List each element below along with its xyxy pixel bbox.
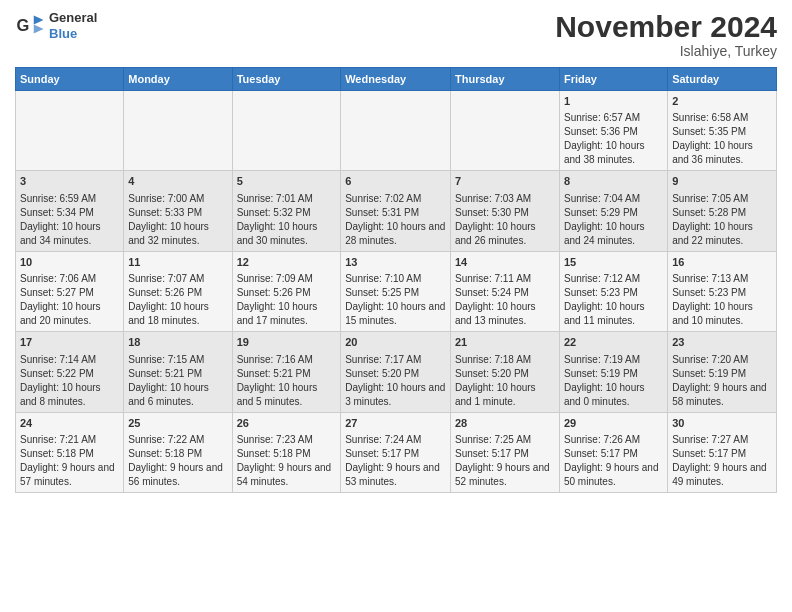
cell-content-line: Daylight: 10 hours and 15 minutes. bbox=[345, 300, 446, 328]
cell-content-line: Sunset: 5:20 PM bbox=[345, 367, 446, 381]
cell-content-line: Sunrise: 6:58 AM bbox=[672, 111, 772, 125]
cell-content-line: Sunset: 5:19 PM bbox=[564, 367, 663, 381]
cell-content-line: Sunset: 5:19 PM bbox=[672, 367, 772, 381]
cell-content-line: Sunrise: 7:16 AM bbox=[237, 353, 337, 367]
cell-content-line: Sunset: 5:31 PM bbox=[345, 206, 446, 220]
cell-content-line: Sunrise: 7:22 AM bbox=[128, 433, 227, 447]
calendar-title: November 2024 bbox=[555, 10, 777, 43]
day-number: 3 bbox=[20, 174, 119, 189]
day-number: 23 bbox=[672, 335, 772, 350]
calendar-header-row: SundayMondayTuesdayWednesdayThursdayFrid… bbox=[16, 68, 777, 91]
cell-content-line: Sunset: 5:20 PM bbox=[455, 367, 555, 381]
cell-content-line: Sunset: 5:25 PM bbox=[345, 286, 446, 300]
calendar-cell: 9Sunrise: 7:05 AMSunset: 5:28 PMDaylight… bbox=[668, 171, 777, 251]
cell-content-line: Sunset: 5:21 PM bbox=[128, 367, 227, 381]
cell-content-line: Sunrise: 7:12 AM bbox=[564, 272, 663, 286]
cell-content-line: Daylight: 10 hours and 6 minutes. bbox=[128, 381, 227, 409]
cell-content-line: Sunset: 5:18 PM bbox=[20, 447, 119, 461]
calendar-cell: 3Sunrise: 6:59 AMSunset: 5:34 PMDaylight… bbox=[16, 171, 124, 251]
cell-content-line: Sunrise: 7:10 AM bbox=[345, 272, 446, 286]
page-header: G General Blue November 2024 Islahiye, T… bbox=[15, 10, 777, 59]
calendar-day-header: Sunday bbox=[16, 68, 124, 91]
cell-content-line: Daylight: 10 hours and 20 minutes. bbox=[20, 300, 119, 328]
cell-content-line: Sunrise: 7:24 AM bbox=[345, 433, 446, 447]
svg-text:G: G bbox=[17, 15, 30, 33]
calendar-cell: 7Sunrise: 7:03 AMSunset: 5:30 PMDaylight… bbox=[451, 171, 560, 251]
calendar-cell: 16Sunrise: 7:13 AMSunset: 5:23 PMDayligh… bbox=[668, 251, 777, 331]
calendar-cell: 29Sunrise: 7:26 AMSunset: 5:17 PMDayligh… bbox=[559, 412, 667, 492]
day-number: 24 bbox=[20, 416, 119, 431]
calendar-cell: 18Sunrise: 7:15 AMSunset: 5:21 PMDayligh… bbox=[124, 332, 232, 412]
cell-content-line: Sunset: 5:17 PM bbox=[564, 447, 663, 461]
calendar-week-row: 1Sunrise: 6:57 AMSunset: 5:36 PMDaylight… bbox=[16, 91, 777, 171]
day-number: 7 bbox=[455, 174, 555, 189]
calendar-cell bbox=[124, 91, 232, 171]
cell-content-line: Sunrise: 7:07 AM bbox=[128, 272, 227, 286]
cell-content-line: Daylight: 10 hours and 32 minutes. bbox=[128, 220, 227, 248]
calendar-cell: 8Sunrise: 7:04 AMSunset: 5:29 PMDaylight… bbox=[559, 171, 667, 251]
cell-content-line: Sunset: 5:26 PM bbox=[237, 286, 337, 300]
calendar-cell bbox=[341, 91, 451, 171]
cell-content-line: Daylight: 9 hours and 50 minutes. bbox=[564, 461, 663, 489]
day-number: 20 bbox=[345, 335, 446, 350]
day-number: 30 bbox=[672, 416, 772, 431]
cell-content-line: Daylight: 10 hours and 13 minutes. bbox=[455, 300, 555, 328]
day-number: 16 bbox=[672, 255, 772, 270]
cell-content-line: Sunset: 5:23 PM bbox=[672, 286, 772, 300]
calendar-cell: 24Sunrise: 7:21 AMSunset: 5:18 PMDayligh… bbox=[16, 412, 124, 492]
day-number: 22 bbox=[564, 335, 663, 350]
calendar-cell: 26Sunrise: 7:23 AMSunset: 5:18 PMDayligh… bbox=[232, 412, 341, 492]
calendar-cell: 17Sunrise: 7:14 AMSunset: 5:22 PMDayligh… bbox=[16, 332, 124, 412]
day-number: 4 bbox=[128, 174, 227, 189]
cell-content-line: Sunset: 5:18 PM bbox=[237, 447, 337, 461]
calendar-cell: 11Sunrise: 7:07 AMSunset: 5:26 PMDayligh… bbox=[124, 251, 232, 331]
calendar-cell: 27Sunrise: 7:24 AMSunset: 5:17 PMDayligh… bbox=[341, 412, 451, 492]
calendar-cell: 5Sunrise: 7:01 AMSunset: 5:32 PMDaylight… bbox=[232, 171, 341, 251]
cell-content-line: Daylight: 9 hours and 56 minutes. bbox=[128, 461, 227, 489]
calendar-week-row: 10Sunrise: 7:06 AMSunset: 5:27 PMDayligh… bbox=[16, 251, 777, 331]
day-number: 14 bbox=[455, 255, 555, 270]
calendar-week-row: 17Sunrise: 7:14 AMSunset: 5:22 PMDayligh… bbox=[16, 332, 777, 412]
cell-content-line: Daylight: 10 hours and 22 minutes. bbox=[672, 220, 772, 248]
cell-content-line: Sunrise: 7:20 AM bbox=[672, 353, 772, 367]
day-number: 2 bbox=[672, 94, 772, 109]
logo: G General Blue bbox=[15, 10, 97, 41]
cell-content-line: Sunrise: 7:01 AM bbox=[237, 192, 337, 206]
cell-content-line: Sunset: 5:23 PM bbox=[564, 286, 663, 300]
cell-content-line: Sunrise: 7:19 AM bbox=[564, 353, 663, 367]
cell-content-line: Sunset: 5:32 PM bbox=[237, 206, 337, 220]
calendar-cell bbox=[451, 91, 560, 171]
cell-content-line: Sunrise: 7:23 AM bbox=[237, 433, 337, 447]
cell-content-line: Daylight: 10 hours and 8 minutes. bbox=[20, 381, 119, 409]
cell-content-line: Daylight: 9 hours and 52 minutes. bbox=[455, 461, 555, 489]
cell-content-line: Daylight: 10 hours and 34 minutes. bbox=[20, 220, 119, 248]
cell-content-line: Sunrise: 7:13 AM bbox=[672, 272, 772, 286]
cell-content-line: Daylight: 10 hours and 1 minute. bbox=[455, 381, 555, 409]
cell-content-line: Sunset: 5:17 PM bbox=[672, 447, 772, 461]
cell-content-line: Sunset: 5:28 PM bbox=[672, 206, 772, 220]
cell-content-line: Sunset: 5:21 PM bbox=[237, 367, 337, 381]
calendar-cell: 20Sunrise: 7:17 AMSunset: 5:20 PMDayligh… bbox=[341, 332, 451, 412]
calendar-cell: 25Sunrise: 7:22 AMSunset: 5:18 PMDayligh… bbox=[124, 412, 232, 492]
calendar-cell: 10Sunrise: 7:06 AMSunset: 5:27 PMDayligh… bbox=[16, 251, 124, 331]
cell-content-line: Sunrise: 7:09 AM bbox=[237, 272, 337, 286]
cell-content-line: Daylight: 10 hours and 28 minutes. bbox=[345, 220, 446, 248]
cell-content-line: Sunrise: 7:11 AM bbox=[455, 272, 555, 286]
calendar-cell: 13Sunrise: 7:10 AMSunset: 5:25 PMDayligh… bbox=[341, 251, 451, 331]
calendar-day-header: Tuesday bbox=[232, 68, 341, 91]
cell-content-line: Sunset: 5:33 PM bbox=[128, 206, 227, 220]
cell-content-line: Daylight: 9 hours and 57 minutes. bbox=[20, 461, 119, 489]
cell-content-line: Daylight: 10 hours and 17 minutes. bbox=[237, 300, 337, 328]
cell-content-line: Daylight: 10 hours and 5 minutes. bbox=[237, 381, 337, 409]
calendar-day-header: Friday bbox=[559, 68, 667, 91]
calendar-cell: 2Sunrise: 6:58 AMSunset: 5:35 PMDaylight… bbox=[668, 91, 777, 171]
cell-content-line: Sunrise: 7:25 AM bbox=[455, 433, 555, 447]
cell-content-line: Sunset: 5:22 PM bbox=[20, 367, 119, 381]
cell-content-line: Sunset: 5:24 PM bbox=[455, 286, 555, 300]
calendar-cell: 22Sunrise: 7:19 AMSunset: 5:19 PMDayligh… bbox=[559, 332, 667, 412]
cell-content-line: Daylight: 9 hours and 53 minutes. bbox=[345, 461, 446, 489]
day-number: 26 bbox=[237, 416, 337, 431]
cell-content-line: Sunrise: 7:21 AM bbox=[20, 433, 119, 447]
logo-line2: Blue bbox=[49, 26, 97, 42]
calendar-cell bbox=[232, 91, 341, 171]
